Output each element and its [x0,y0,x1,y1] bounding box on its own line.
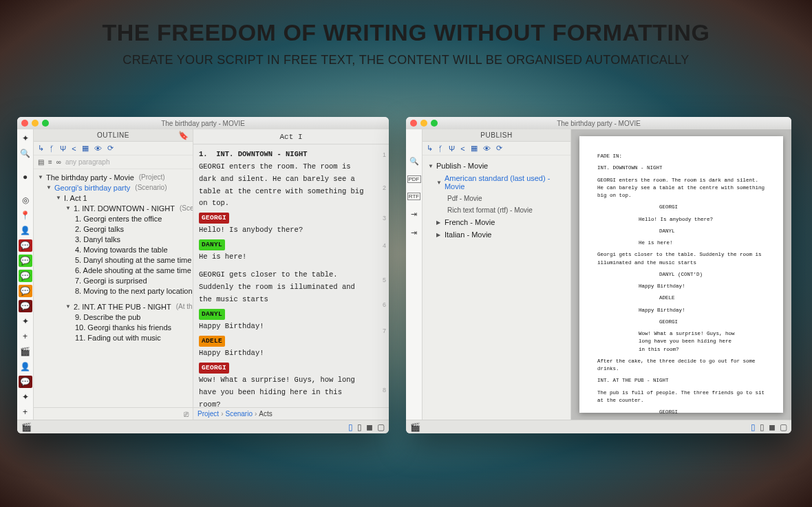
outline-tree: ▼The birthday party - Movie(Project) ▼Ge… [34,169,193,407]
script-editor[interactable]: 1. INT. DOWNTOWN - NIGHT1 GEORGI enters … [193,144,389,407]
refresh-icon[interactable]: ⟳ [496,144,502,153]
publish-rtf[interactable]: Rich text format (rtf) - Movie [423,204,570,216]
publish-french[interactable]: ▶French - Movie [423,216,570,228]
search-icon[interactable]: 🔍 [409,157,419,166]
runner2-icon[interactable]: ✦ [19,315,32,327]
publish-root[interactable]: ▼Publish - Movie [423,160,570,172]
publish-italian[interactable]: ▶Italian - Movie [423,228,570,241]
outline-pane: OUTLINE 🔖 ↳ ᚶ Ψ < ▦ 👁 ⟳ ▤ ≡ ∞ any paragr… [34,129,193,420]
clapper-icon[interactable]: 🎬 [410,422,420,432]
titlebar[interactable]: The birthday party - MOVIE [17,117,389,129]
dialog-green-icon[interactable]: 💬 [19,255,32,267]
tree-beat[interactable]: 4. Moving towards the table [34,244,193,255]
breadcrumb[interactable]: Project› Scenario› Acts [193,407,389,420]
tree-scene2[interactable]: ▼2. INT. AT THE PUB - NIGHT(At the pub) [34,301,193,312]
tree-beat[interactable]: 9. Describe the pub [34,312,193,322]
tree-beat[interactable]: 11. Fading out with music [34,332,193,343]
editor-window: The birthday party - MOVIE ✦ 🔍 ● ◎ 📍 👤 💬… [17,117,389,433]
layout3-icon[interactable]: ◼ [366,422,373,432]
action-text: GEORGI gets closer to the table. Suddenl… [199,269,364,306]
export2-icon[interactable]: ⇥ [411,228,417,237]
page-preview[interactable]: FADE IN: INT. DOWNTOWN - NIGHT GEORGI en… [571,129,791,420]
char-adele: ADELE [199,336,225,347]
outline-title: OUTLINE 🔖 [34,129,193,142]
branch-icon[interactable]: ᚶ [438,144,443,153]
publish-american[interactable]: ▼American standard (last used) - Movie [423,172,570,193]
tree-act1[interactable]: ▼I. Act 1 [34,193,193,203]
pdf-icon[interactable]: PDF [407,175,421,183]
layout4-icon[interactable]: ▢ [780,422,787,432]
dot-icon[interactable]: ● [19,171,32,183]
tree-scene1[interactable]: ▼1. INT. DOWNTOWN - NIGHT(Scene 1) [34,203,193,213]
target-icon[interactable]: ◎ [19,194,32,206]
tree-beat[interactable]: 6. Adele shouting at the same time [34,265,193,275]
dialog-darkred-icon[interactable]: 💬 [19,300,32,312]
layout2-icon[interactable]: ▯ [357,422,362,432]
fork-icon[interactable]: Ψ [449,144,455,153]
person2-icon[interactable]: 👤 [19,360,32,373]
layout2-icon[interactable]: ▯ [760,422,765,432]
zoom-icon[interactable] [42,120,49,127]
dialog-orange-icon[interactable]: 💬 [19,285,32,297]
publish-window: The birthday party - MOVIE 🔍 PDF RTF ⇥ ⇥… [406,117,791,433]
sliders-icon[interactable]: ⎚ [184,409,189,419]
tree-beat[interactable]: 10. Georgi thanks his friends [34,322,193,332]
link-icon[interactable]: ∞ [56,158,61,166]
hero-subtitle: CREATE YOUR SCRIPT IN FREE TEXT, THE CON… [0,53,812,67]
editor-act-title: Act I [193,129,389,144]
minimize-icon[interactable] [32,120,39,127]
tree-beat[interactable]: 2. Georgi talks [34,224,193,234]
bookmark-icon[interactable]: 🔖 [178,131,189,140]
tree-icon[interactable]: ↳ [38,144,44,153]
outline-filter: ▤ ≡ ∞ any paragraph [34,155,193,169]
dialog-red-icon[interactable]: 💬 [19,239,32,252]
eye-icon[interactable]: 👁 [483,144,491,153]
runner-icon[interactable]: ✦ [19,132,32,144]
branch-icon[interactable]: ᚶ [50,144,54,153]
titlebar[interactable]: The birthday party - MOVIE [406,117,791,129]
layout1-icon[interactable]: ▯ [348,422,353,432]
layout1-icon[interactable]: ▯ [751,422,756,432]
hero-title: THE FREEDOM OF WRITING WITHOUT FORMATTIN… [0,19,812,46]
close-icon[interactable] [21,120,28,127]
lines-icon[interactable]: ≡ [48,158,52,166]
list-icon[interactable]: ▤ [38,158,44,166]
dialog-text: Happy Birthday! [199,321,383,333]
refresh-icon[interactable]: ⟳ [107,144,114,153]
close-icon[interactable] [410,120,417,127]
minimize-icon[interactable] [420,120,427,127]
dialog-green2-icon[interactable]: 💬 [19,270,32,282]
pin-icon[interactable]: 📍 [19,209,32,222]
clapper-icon[interactable]: 🎬 [19,345,32,358]
tree-beat[interactable]: 3. Danyl talks [34,234,193,244]
search-icon[interactable]: 🔍 [19,147,32,160]
runner3-icon[interactable]: ✦ [19,391,32,403]
share-icon[interactable]: < [460,144,464,153]
clapper-icon[interactable]: 🎬 [21,422,32,432]
filter-input[interactable]: any paragraph [65,158,110,166]
rtf-icon[interactable]: RTF [407,193,420,200]
share-icon[interactable]: < [72,144,76,153]
person-icon[interactable]: 👤 [19,224,32,237]
tree-icon[interactable]: ↳ [427,144,433,153]
fork-icon[interactable]: Ψ [60,144,66,153]
zoom-icon[interactable] [431,120,438,127]
add2-icon[interactable]: + [19,406,32,418]
grid-icon[interactable]: ▦ [471,144,478,153]
char-georgi: GEORGI [199,213,229,224]
tree-scenario[interactable]: ▼Georgi's birthday party(Scenario) [34,182,193,193]
publish-pdf[interactable]: Pdf - Movie [423,193,570,204]
dialog-darkred2-icon[interactable]: 💬 [19,376,32,388]
eye-icon[interactable]: 👁 [94,144,102,153]
tree-project[interactable]: ▼The birthday party - Movie(Project) [34,172,193,182]
layout4-icon[interactable]: ▢ [377,422,385,432]
statusbar: 🎬 ▯ ▯ ◼ ▢ [17,420,389,433]
grid-icon[interactable]: ▦ [82,144,89,153]
add-icon[interactable]: + [19,330,32,343]
layout3-icon[interactable]: ◼ [769,422,776,432]
export-icon[interactable]: ⇥ [411,210,417,219]
tree-beat[interactable]: 5. Danyl shouting at the same time [34,255,193,265]
tree-beat[interactable]: 7. Georgi is surprised [34,275,193,285]
tree-beat[interactable]: 1. Georgi enters the office [34,213,193,224]
tree-beat[interactable]: 8. Moving to the next party location [34,285,193,296]
